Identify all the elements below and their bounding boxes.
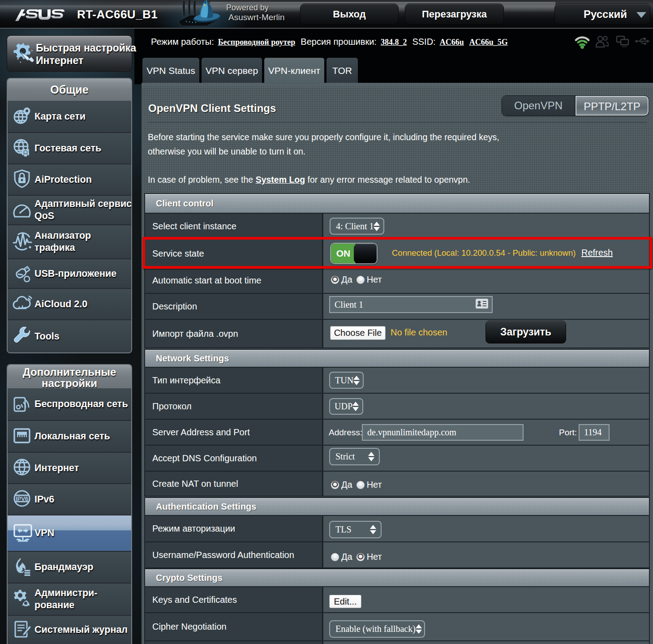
svg-text:IPV6: IPV6 [16,495,28,502]
